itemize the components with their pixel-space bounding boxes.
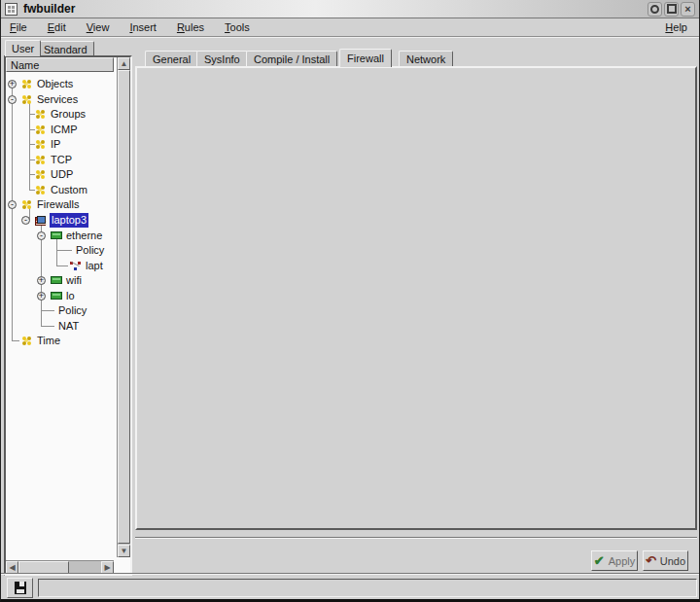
menu-insert[interactable]: Insert [129,21,157,33]
tree-item-firewalls[interactable]: - Firewalls [6,197,114,212]
undo-arrow-icon: ↶ [646,553,656,568]
menu-help[interactable]: Help [665,21,699,33]
objects-group-icon [35,109,48,120]
tree-item-time[interactable]: Time [6,334,114,348]
menu-view[interactable]: View [87,21,110,33]
tree-item-ethernet[interactable]: - etherne [6,229,114,243]
tree-item-icmp[interactable]: ICMP [6,123,114,137]
objects-group-icon [35,155,48,165]
tree-item-policy[interactable]: Policy [6,243,114,258]
object-tree: + Objects - Services Groups ICMP IP [6,72,114,555]
scroll-left-icon[interactable]: ◀ [6,561,18,574]
floppy-disk-icon [15,582,26,594]
firewall-icon [35,217,46,226]
scroll-down-icon[interactable]: ▼ [118,545,130,557]
objects-group-icon [35,124,48,135]
tab-network[interactable]: Network [399,51,453,66]
tree-item-groups[interactable]: Groups [6,107,114,122]
network-icon [70,261,83,271]
objects-group-icon [21,94,34,105]
tree-item-tcp[interactable]: TCP [6,153,114,167]
interface-icon [51,231,62,239]
expander-minus-icon[interactable]: - [8,95,17,104]
shade-button[interactable] [648,2,662,17]
tree-item-laptop3[interactable]: - laptop3 [6,213,114,228]
tree-item-policy[interactable]: Policy [6,303,114,318]
status-field [38,579,697,597]
maximize-button[interactable] [664,2,679,17]
expander-minus-icon[interactable]: - [21,216,30,225]
apply-button[interactable]: ✔Apply [591,550,638,571]
menu-tools[interactable]: Tools [225,21,250,33]
menu-edit[interactable]: Edit [48,21,66,33]
shade-icon [650,5,659,14]
tree-item-services[interactable]: - Services [6,92,114,107]
undo-button[interactable]: ↶Undo [643,550,688,571]
expander-plus-icon[interactable]: + [37,276,46,285]
tab-user[interactable]: User [5,40,41,56]
save-button[interactable] [7,578,33,598]
menu-rules[interactable]: Rules [177,21,204,33]
tree-horizontal-scrollbar[interactable]: ◀ ▶ [6,560,114,574]
tree-item-ip[interactable]: IP [6,137,114,152]
app-icon[interactable] [5,3,18,16]
objects-group-icon [35,169,48,180]
expander-minus-icon[interactable]: - [37,231,46,240]
title-bar[interactable]: fwbuilder × [1,0,699,18]
menu-file[interactable]: File [10,21,27,33]
tab-standard[interactable]: Standard [37,41,94,56]
check-icon: ✔ [594,553,605,568]
tab-firewall[interactable]: Firewall [339,49,392,67]
scroll-right-icon[interactable]: ▶ [101,561,114,574]
tree-item-lo[interactable]: + lo [6,289,114,303]
interface-icon [51,276,62,284]
menu-bar: File Edit View Insert Rules Tools Help [1,18,699,37]
objects-group-icon [35,185,48,195]
expander-plus-icon[interactable]: + [37,292,46,301]
objects-group-icon [21,199,34,210]
objects-group-icon [35,139,48,150]
firewall-settings-panel [135,66,697,530]
window-title: fwbuilder [23,2,75,16]
maximize-icon [667,4,677,14]
close-icon: × [684,4,690,14]
separator [135,537,697,539]
objects-group-icon [21,336,34,346]
interface-icon [51,292,62,300]
tab-general[interactable]: General [145,51,198,66]
tree-item-lapt[interactable]: lapt [6,259,114,273]
tree-item-wifi[interactable]: + wifi [6,273,114,288]
scroll-thumb[interactable] [18,561,69,574]
tree-header-name[interactable]: Name [6,57,114,72]
object-tree-panel: Name + Objects - [4,55,132,576]
status-bar [1,574,699,600]
tab-sysinfo[interactable]: SysInfo [196,51,248,66]
fwbuilder-window: fwbuilder × File Edit View Insert Rules … [0,0,700,602]
expander-minus-icon[interactable]: - [8,200,17,209]
tree-item-objects[interactable]: + Objects [6,77,114,91]
objects-group-icon [21,79,34,89]
tree-vertical-scrollbar[interactable]: ▲ ▼ [117,57,130,557]
scroll-thumb[interactable] [118,70,130,544]
close-button[interactable]: × [681,2,695,17]
expander-plus-icon[interactable]: + [8,80,17,89]
tree-item-nat[interactable]: NAT [6,319,114,334]
tree-item-custom[interactable]: Custom [6,183,114,197]
scroll-up-icon[interactable]: ▲ [118,57,130,70]
tab-compile-install[interactable]: Compile / Install [246,51,337,66]
tree-item-udp[interactable]: UDP [6,167,114,182]
